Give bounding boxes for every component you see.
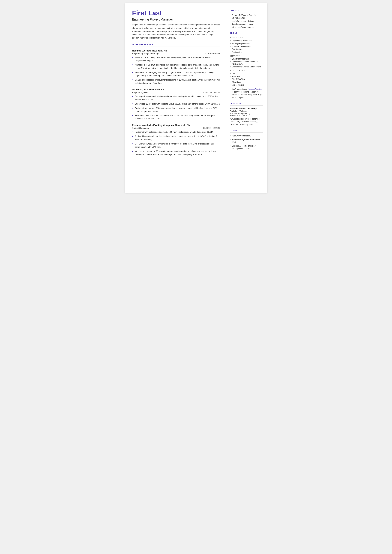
tools-label: Tools and Software: bbox=[230, 70, 263, 72]
education-section: EDUCATION Resume Worded University Bache… bbox=[230, 103, 263, 126]
other-heading: OTHER bbox=[230, 130, 263, 133]
edu-field: Mechanical Engineering bbox=[230, 112, 263, 114]
skill-1: Engineering (Advanced) bbox=[230, 40, 263, 42]
tool-4: ClearCase bbox=[230, 81, 263, 83]
technique-1: Quality Management bbox=[230, 58, 263, 60]
contact-section: CONTACT Fargo, ND (Open to Remote) +1-23… bbox=[230, 9, 263, 28]
other-item-1: AutoCAD Certification. bbox=[230, 134, 263, 137]
right-column: CONTACT Fargo, ND (Open to Remote) +1-23… bbox=[226, 3, 267, 193]
skill-5: Engineering bbox=[230, 51, 263, 53]
contact-item-github: github.com/resumeworded bbox=[230, 26, 263, 28]
resume-worded-note: Don't forget to use Resume Worded to sca… bbox=[230, 88, 263, 99]
bullet-3-3: Collaborated with 11 departments on a va… bbox=[132, 142, 220, 149]
job-role-1: Engineering Project Manager bbox=[132, 52, 160, 55]
technique-2: Project Management (Waterfall, Agile, Sc… bbox=[230, 61, 263, 65]
education-heading: EDUCATION bbox=[230, 103, 263, 105]
skill-4: Construction bbox=[230, 48, 263, 50]
job-dates-3: 06/2012 – 01/2015 bbox=[203, 127, 220, 129]
contact-item-email: email@resumeworded.com bbox=[230, 20, 263, 22]
candidate-name: First Last bbox=[132, 9, 220, 17]
resume-document: First Last Engineering Project Manager E… bbox=[125, 3, 267, 193]
other-section: OTHER AutoCAD Certification. Project Man… bbox=[230, 130, 263, 150]
tool-2: AutoCAD bbox=[230, 75, 263, 77]
candidate-title: Engineering Project Manager bbox=[132, 18, 220, 21]
job-dates-2: 02/2015 – 09/2018 bbox=[203, 91, 220, 93]
job-block-2: Growthsi, San Francisco, CA Project Engi… bbox=[132, 88, 220, 120]
tool-1: Unix bbox=[230, 72, 263, 75]
bullet-1-2: Managed a team of 19 engineers that deli… bbox=[132, 63, 220, 70]
job-role-3: Project Supervisor bbox=[132, 127, 149, 129]
contact-item-linkedin: linkedin.com/in/username bbox=[230, 23, 263, 25]
job-bullets-3: Partnered with colleagues to schedule 15… bbox=[132, 130, 220, 156]
techniques-label: Techniques: bbox=[230, 55, 263, 57]
edu-school: Resume Worded University bbox=[230, 107, 263, 110]
summary-text: Engineering project manager with over 8 … bbox=[132, 23, 220, 40]
job-title-row-2: Project Engineer 02/2015 – 09/2018 bbox=[132, 91, 220, 93]
tool-5: Microsoft Visio bbox=[230, 84, 263, 86]
left-column: First Last Engineering Project Manager E… bbox=[125, 3, 226, 193]
techniques-list: Quality Management Project Management (W… bbox=[230, 58, 263, 68]
job-block-1: Resume Worded, New York, NY Engineering … bbox=[132, 49, 220, 85]
edu-awards: Awards: Resume Worded Teaching Fellow (o… bbox=[230, 118, 263, 126]
job-block-3: Resume Worded's Exciting Company, New Yo… bbox=[132, 124, 220, 156]
bullet-3-2: Assisted in creating 32 project designs … bbox=[132, 135, 220, 141]
job-bullets-2: Developed 18 economical state-of-the-art… bbox=[132, 95, 220, 120]
other-list: AutoCAD Certification. Project Managemen… bbox=[230, 134, 263, 150]
job-role-2: Project Engineer bbox=[132, 91, 148, 93]
edu-block: Resume Worded University Bachelor of Sci… bbox=[230, 107, 263, 126]
bullet-1-4: Championed process improvements resultin… bbox=[132, 78, 220, 85]
tool-3: SOLIDWORKS bbox=[230, 78, 263, 80]
skills-section: SKILLS Technical Skills: Engineering (Ad… bbox=[230, 32, 263, 99]
edu-location: Boston, MA — 05/2012 bbox=[230, 114, 263, 117]
other-item-3: Certified Associate of Project Managemen… bbox=[230, 145, 263, 150]
job-title-row-3: Project Supervisor 06/2012 – 01/2015 bbox=[132, 127, 220, 129]
job-title-row-1: Engineering Project Manager 10/2018 – Pr… bbox=[132, 52, 220, 55]
work-experience-section: WORK EXPERIENCE Resume Worded, New York,… bbox=[132, 43, 220, 156]
bullet-2-2: Supervised 26 projects with budgets abov… bbox=[132, 102, 220, 105]
bullet-1-1: Reduced cycle time by 76% while maintain… bbox=[132, 56, 220, 62]
contact-list: Fargo, ND (Open to Remote) +1-234-456-78… bbox=[230, 14, 263, 28]
skill-2: Testing (Experienced) bbox=[230, 42, 263, 45]
job-company-3: Resume Worded's Exciting Company, New Yo… bbox=[132, 124, 220, 126]
skill-3: Software Development bbox=[230, 45, 263, 48]
other-item-2: Project Management Professional (PMP). bbox=[230, 138, 263, 144]
bullet-2-4: Built relationships with 210 customers t… bbox=[132, 114, 220, 120]
bullet-2-3: Partnered with teams of 180 contractors … bbox=[132, 107, 220, 113]
edu-degree: Bachelor of Science bbox=[230, 110, 263, 112]
technical-skills-label: Technical Skills: bbox=[230, 37, 263, 39]
job-company-2: Growthsi, San Francisco, CA bbox=[132, 88, 220, 91]
work-experience-heading: WORK EXPERIENCE bbox=[132, 43, 220, 46]
technical-skills-list: Engineering (Advanced) Testing (Experien… bbox=[230, 40, 263, 53]
note-suffix: to scan your resume before you send it o… bbox=[232, 91, 263, 99]
tools-list: Unix AutoCAD SOLIDWORKS ClearCase Micros… bbox=[230, 72, 263, 86]
resume-worded-link[interactable]: Resume Worded bbox=[248, 88, 262, 90]
job-company-1: Resume Worded, New York, NY bbox=[132, 49, 220, 52]
contact-item-phone: +1-234-456-789 bbox=[230, 17, 263, 19]
bullet-2-1: Developed 18 economical state-of-the-art… bbox=[132, 95, 220, 101]
bullet-3-4: Worked with a team of 23 project manager… bbox=[132, 150, 220, 156]
bullet-1-3: Succeeded in managing a quarterly budget… bbox=[132, 71, 220, 77]
job-bullets-1: Reduced cycle time by 76% while maintain… bbox=[132, 56, 220, 85]
contact-item-location: Fargo, ND (Open to Remote) bbox=[230, 14, 263, 16]
note-prefix: Don't forget to use bbox=[232, 88, 248, 90]
technique-3: Engineering Change Management bbox=[230, 66, 263, 68]
skills-heading: SKILLS bbox=[230, 32, 263, 35]
bullet-3-1: Partnered with colleagues to schedule 15… bbox=[132, 130, 220, 133]
job-dates-1: 10/2018 – Present bbox=[203, 52, 220, 55]
contact-heading: CONTACT bbox=[230, 9, 263, 12]
